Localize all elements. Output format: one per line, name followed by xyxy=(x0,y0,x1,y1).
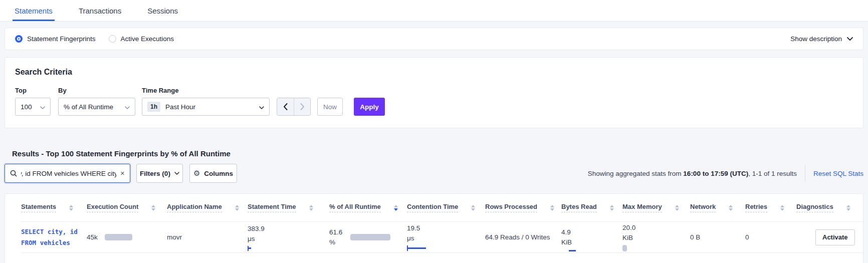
chevron-right-icon xyxy=(300,103,305,110)
rows-processed-value: 64.9 Reads / 0 Writes xyxy=(485,233,550,241)
activate-diagnostics-button[interactable]: Activate xyxy=(815,229,855,245)
top-label: Top xyxy=(15,87,51,94)
network-value: 0 B xyxy=(690,233,700,241)
col-header-bytes-read[interactable]: Bytes Read xyxy=(561,203,622,212)
sort-icon[interactable] xyxy=(728,204,734,212)
max-memory-value: 20.0 xyxy=(622,223,690,233)
sort-icon[interactable] xyxy=(779,204,785,212)
cell-network: 0 B xyxy=(690,233,745,241)
previous-time-window-button[interactable] xyxy=(277,98,294,115)
cell-diagnostics: Activate xyxy=(796,229,863,245)
statements-table: Statements Execution Count Application N… xyxy=(5,193,863,263)
sort-icon[interactable] xyxy=(470,204,476,212)
col-header-application-name[interactable]: Application Name xyxy=(167,203,248,212)
col-header-label: Execution Count xyxy=(87,203,138,212)
cell-max-memory: 20.0 KiB xyxy=(622,223,690,251)
statement-fingerprint-link[interactable]: SELECT city, id FROM vehicles xyxy=(21,226,87,248)
cell-rows-processed: 64.9 Reads / 0 Writes xyxy=(485,233,561,241)
sort-icon[interactable] xyxy=(609,204,615,212)
top-select[interactable]: 100 xyxy=(15,98,51,116)
radio-statement-fingerprints[interactable]: Statement Fingerprints xyxy=(15,35,96,43)
cell-contention-time: 19.5 μs xyxy=(407,223,485,251)
time-range-pager xyxy=(277,98,311,116)
percent-runtime-unit: % xyxy=(329,237,342,247)
time-range-label: Time Range xyxy=(142,87,270,94)
chevron-down-icon xyxy=(174,172,179,175)
tab-statements[interactable]: Statements xyxy=(13,7,55,21)
toolbar-right: Showing aggregated stats from 16:00 to 1… xyxy=(588,165,863,182)
cell-retries: 0 xyxy=(745,233,796,241)
chevron-down-icon xyxy=(259,103,264,111)
radio-label-fingerprints: Statement Fingerprints xyxy=(27,35,96,43)
now-button[interactable]: Now xyxy=(317,98,343,116)
contention-time-unit: μs xyxy=(407,233,485,243)
percent-runtime-value: 61.6 xyxy=(329,227,342,237)
gear-icon: ⚙ xyxy=(193,169,200,178)
col-header-percent-runtime[interactable]: % of All Runtime xyxy=(329,203,407,212)
clear-search-icon[interactable]: ✕ xyxy=(120,170,125,177)
search-input-text: y, id FROM vehicles WHERE city = $1 xyxy=(21,169,116,177)
statement-search-input[interactable]: y, id FROM vehicles WHERE city = $1 ✕ xyxy=(5,164,130,183)
radio-unselected-icon xyxy=(109,35,116,43)
col-header-label: Bytes Read xyxy=(561,203,597,212)
time-range-picker[interactable]: 1h Past Hour xyxy=(142,98,270,116)
reset-sql-stats-link[interactable]: Reset SQL Stats xyxy=(813,170,863,177)
cell-statement: SELECT city, id FROM vehicles xyxy=(21,226,87,248)
col-header-statements[interactable]: Statements xyxy=(21,203,87,212)
bytes-read-unit: KiB xyxy=(561,237,622,247)
statement-time-value: 383.9 xyxy=(248,224,329,234)
sort-icon[interactable] xyxy=(549,204,555,212)
by-select[interactable]: % of All Runtime xyxy=(58,98,135,116)
top-select-value: 100 xyxy=(21,103,32,111)
sort-icon[interactable] xyxy=(845,204,851,212)
cell-application-name: movr xyxy=(167,233,248,241)
next-time-window-button[interactable] xyxy=(294,98,310,115)
sort-icon[interactable] xyxy=(674,204,680,212)
execution-count-value: 45k xyxy=(87,233,98,241)
time-range-group: Time Range 1h Past Hour xyxy=(142,87,270,116)
retries-value: 0 xyxy=(745,233,749,241)
col-header-network[interactable]: Network xyxy=(690,203,745,212)
table-header-row: Statements Execution Count Application N… xyxy=(21,194,863,222)
col-header-rows-processed[interactable]: Rows Processed xyxy=(485,203,561,212)
show-description-toggle[interactable]: Show description xyxy=(790,35,853,43)
search-criteria-title: Search Criteria xyxy=(15,68,853,77)
col-header-contention-time[interactable]: Contention Time xyxy=(407,203,485,212)
tab-sessions[interactable]: Sessions xyxy=(145,7,180,21)
table-row: SELECT city, id FROM vehicles 45k movr 3… xyxy=(21,222,863,253)
radio-active-executions[interactable]: Active Executions xyxy=(109,35,174,43)
col-header-label: Application Name xyxy=(167,203,222,212)
results-toolbar: y, id FROM vehicles WHERE city = $1 ✕ Fi… xyxy=(5,164,863,183)
time-range-badge: 1h xyxy=(147,102,160,112)
statement-time-unit: μs xyxy=(248,234,329,244)
col-header-label: Network xyxy=(690,203,716,212)
col-header-diagnostics[interactable]: Diagnostics xyxy=(796,203,863,212)
col-header-statement-time[interactable]: Statement Time xyxy=(248,203,329,212)
show-description-label: Show description xyxy=(790,35,842,43)
search-criteria-controls: Top 100 By % of All Runtime Time Range 1… xyxy=(15,87,853,116)
col-header-label: Rows Processed xyxy=(485,203,537,212)
cell-percent-runtime: 61.6 % xyxy=(329,227,407,247)
tab-transactions[interactable]: Transactions xyxy=(77,7,123,21)
search-icon xyxy=(10,170,17,177)
contention-time-bar xyxy=(407,245,485,251)
cell-statement-time: 383.9 μs xyxy=(248,224,329,251)
columns-button[interactable]: ⚙ Columns xyxy=(189,164,237,183)
col-header-retries[interactable]: Retries xyxy=(745,203,796,212)
col-header-label: Diagnostics xyxy=(796,203,833,212)
sort-icon-active-desc[interactable] xyxy=(393,204,399,212)
max-memory-bar xyxy=(622,245,627,251)
chevron-down-icon xyxy=(847,37,853,41)
col-header-execution-count[interactable]: Execution Count xyxy=(87,203,167,212)
chevron-down-icon xyxy=(40,103,45,111)
showing-stats-text: Showing aggregated stats from 16:00 to 1… xyxy=(588,170,797,177)
sort-icon[interactable] xyxy=(150,204,156,212)
apply-button[interactable]: Apply xyxy=(354,98,385,116)
sort-icon[interactable] xyxy=(68,204,74,212)
col-header-max-memory[interactable]: Max Memory xyxy=(622,203,690,212)
page-tab-bar: Statements Transactions Sessions xyxy=(0,0,868,22)
sort-icon[interactable] xyxy=(308,204,314,212)
sort-icon[interactable] xyxy=(234,204,240,212)
search-input-value: y, id FROM vehicles WHERE city = $1 xyxy=(21,170,116,177)
filters-button[interactable]: Filters (0) xyxy=(136,164,183,183)
